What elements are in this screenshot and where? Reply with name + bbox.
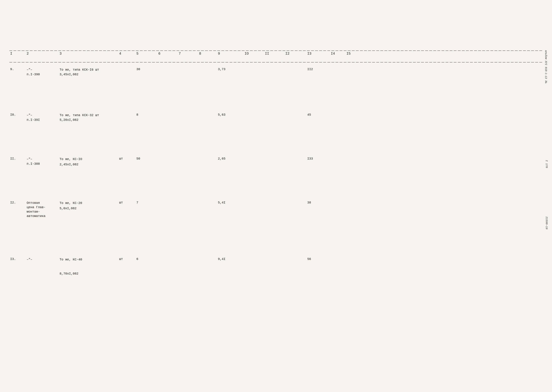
row-13-col5: 6 xyxy=(136,257,138,261)
row-13-col9: 9,4I xyxy=(218,257,225,261)
col-header-6: 6 xyxy=(158,52,160,56)
row-10-num: I0. xyxy=(10,113,16,117)
row-10-col9: 5,63 xyxy=(218,113,225,117)
row-9-num: 9. xyxy=(10,67,14,71)
row-11-col3: То же, КС-IO 2,45xI,082 xyxy=(60,157,82,167)
page: I 2 3 4 5 6 7 8 9 IO II I2 I3 I4 I5 9. –… xyxy=(0,0,552,392)
row-11-col13: I33 xyxy=(307,157,313,161)
col-header-9: 9 xyxy=(218,52,220,56)
col-header-15: I5 xyxy=(346,52,351,56)
side-text-bottom: 21598–19 xyxy=(545,217,548,229)
row-9-col5: 30 xyxy=(136,67,140,71)
bottom-border-dashes xyxy=(9,62,543,63)
row-11-col5: 50 xyxy=(136,157,140,161)
top-border-dashes xyxy=(9,50,543,51)
row-13-num: I3. xyxy=(10,257,16,261)
row-12-col2: Оптовая цена Глав- монтаж- автоматика xyxy=(27,201,45,218)
row-11-col2: –"– п.I-388 xyxy=(27,157,40,166)
row-13-col3: То же, КС-40 8,70xI,082 xyxy=(60,257,82,276)
row-12-col4: шт xyxy=(119,201,123,204)
row-12-num: I2. xyxy=(10,201,16,204)
side-text-top: альбом ХУI 910-1-13 ЭЬ xyxy=(545,50,547,83)
col-header-8: 8 xyxy=(199,52,201,56)
row-12-col13: 38 xyxy=(307,201,311,204)
row-9-col13: II2 xyxy=(307,67,313,71)
row-9-col2: –"– п.I-390 xyxy=(27,67,40,77)
row-13-col13: 56 xyxy=(307,257,311,261)
col-header-12: I2 xyxy=(285,52,290,56)
row-11-col9: 2,65 xyxy=(218,157,225,161)
row-10-col2: –"– п.I-39I xyxy=(27,113,40,122)
row-11-num: II. xyxy=(10,157,16,161)
side-text-middle: I 170 xyxy=(545,160,548,168)
col-header-10: IO xyxy=(245,52,249,56)
row-11-col4: шт xyxy=(119,157,123,161)
col-header-1: I xyxy=(10,52,12,56)
row-10-col3: То же, типа КСК-32 шт 5,20xI,082 xyxy=(60,113,99,122)
col-header-13: I3 xyxy=(307,52,311,56)
col-header-4: 4 xyxy=(119,52,121,56)
row-12-col9: 5,4I xyxy=(218,201,225,204)
row-10-col13: 45 xyxy=(307,113,311,117)
col-header-14: I4 xyxy=(331,52,335,56)
col-header-3: 3 xyxy=(60,52,62,56)
row-13-col2: –"– xyxy=(27,257,32,262)
col-header-7: 7 xyxy=(179,52,181,56)
col-header-5: 5 xyxy=(136,52,138,56)
row-13-col4: шт xyxy=(119,257,123,261)
row-12-col5: 7 xyxy=(136,201,138,204)
row-10-col5: 8 xyxy=(136,113,138,117)
row-9-col3: То же, типа КСК-I6 шт 3,45xI,082 xyxy=(60,67,99,77)
row-12-col3: То же, КС-20 5,0xI,082 xyxy=(60,201,82,211)
row-9-col9: 3,73 xyxy=(218,67,225,71)
col-header-2: 2 xyxy=(27,52,29,56)
col-header-11: II xyxy=(265,52,269,56)
